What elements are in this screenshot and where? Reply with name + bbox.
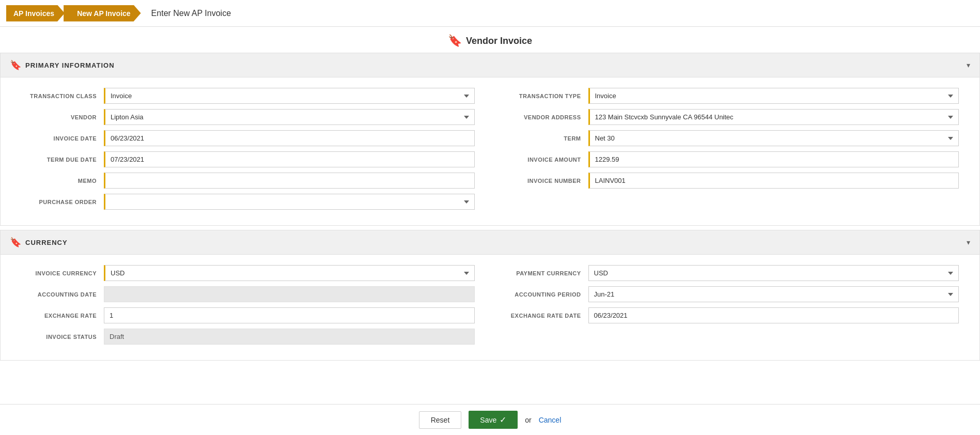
currency-right-col: PAYMENT CURRENCY USD EUR GBP ACCOUNTING … (506, 265, 959, 350)
exchange-rate-date-control (588, 307, 959, 323)
primary-information-section: 🔖 PRIMARY INFORMATION ▾ TRANSACTION CLAS… (0, 53, 980, 226)
transaction-type-label: TRANSACTION TYPE (506, 93, 588, 99)
main-content: 🔖 PRIMARY INFORMATION ▾ TRANSACTION CLAS… (0, 53, 980, 401)
primary-left-col: TRANSACTION CLASS Invoice Credit Memo De… (21, 88, 475, 215)
term-control: Net 30 Net 60 Due on Receipt (588, 130, 959, 146)
invoice-currency-label: INVOICE CURRENCY (21, 270, 104, 276)
invoice-amount-input[interactable] (588, 151, 959, 167)
exchange-rate-date-row: EXCHANGE RATE DATE (506, 307, 959, 323)
payment-currency-control: USD EUR GBP (588, 265, 959, 281)
term-due-date-label: TERM DUE DATE (21, 157, 104, 163)
currency-section-title: CURRENCY (25, 239, 68, 246)
memo-label: MEMO (21, 178, 104, 184)
primary-section-title: PRIMARY INFORMATION (25, 61, 115, 69)
invoice-currency-select[interactable]: USD EUR GBP (104, 265, 475, 281)
invoice-number-label: INVOICE NUMBER (506, 178, 588, 184)
invoice-currency-control: USD EUR GBP (104, 265, 475, 281)
term-due-date-row: TERM DUE DATE (21, 151, 475, 167)
memo-control (104, 173, 475, 189)
invoice-status-label: INVOICE STATUS (21, 334, 104, 340)
vendor-address-select[interactable]: 123 Main Stcvcxb Sunnyvale CA 96544 Unit… (588, 109, 959, 125)
primary-form-grid: TRANSACTION CLASS Invoice Credit Memo De… (21, 88, 959, 215)
term-due-date-control (104, 151, 475, 167)
term-label: TERM (506, 135, 588, 142)
primary-form-content: TRANSACTION CLASS Invoice Credit Memo De… (1, 77, 979, 225)
vendor-row: VENDOR Lipton Asia (21, 109, 475, 125)
accounting-period-label: ACCOUNTING PERIOD (506, 291, 588, 298)
primary-information-header[interactable]: 🔖 PRIMARY INFORMATION ▾ (1, 53, 979, 77)
payment-currency-row: PAYMENT CURRENCY USD EUR GBP (506, 265, 959, 281)
transaction-type-row: TRANSACTION TYPE Invoice (506, 88, 959, 104)
accounting-period-control: Jun-21 May-21 Jul-21 (588, 286, 959, 302)
breadcrumb-title: Enter New AP Invoice (151, 9, 231, 18)
page-title-bar: 🔖 Vendor Invoice (0, 27, 980, 53)
accounting-date-row: ACCOUNTING DATE (21, 286, 475, 302)
primary-information-header-left: 🔖 PRIMARY INFORMATION (10, 59, 115, 71)
vendor-address-label: VENDOR ADDRESS (506, 114, 588, 120)
exchange-rate-input[interactable] (104, 307, 475, 323)
transaction-type-control: Invoice (588, 88, 959, 104)
memo-input[interactable] (104, 173, 475, 189)
currency-form-content: INVOICE CURRENCY USD EUR GBP ACCOUNTING … (1, 255, 979, 360)
accounting-date-control (104, 286, 475, 302)
currency-section-chevron: ▾ (967, 238, 970, 246)
invoice-status-row: INVOICE STATUS (21, 329, 475, 345)
invoice-number-input[interactable] (588, 173, 959, 189)
purchase-order-control (104, 194, 475, 210)
invoice-amount-row: INVOICE AMOUNT (506, 151, 959, 167)
invoice-number-control (588, 173, 959, 189)
invoice-date-control (104, 130, 475, 146)
term-select[interactable]: Net 30 Net 60 Due on Receipt (588, 130, 959, 146)
vendor-invoice-icon: 🔖 (448, 34, 462, 48)
exchange-rate-label: EXCHANGE RATE (21, 313, 104, 319)
currency-form-grid: INVOICE CURRENCY USD EUR GBP ACCOUNTING … (21, 265, 959, 350)
vendor-address-control: 123 Main Stcvcxb Sunnyvale CA 96544 Unit… (588, 109, 959, 125)
invoice-amount-label: INVOICE AMOUNT (506, 157, 588, 163)
invoice-number-row: INVOICE NUMBER (506, 173, 959, 189)
memo-row: MEMO (21, 173, 475, 189)
primary-right-col: TRANSACTION TYPE Invoice VENDOR ADDRESS … (506, 88, 959, 215)
vendor-label: VENDOR (21, 114, 104, 120)
purchase-order-label: PURCHASE ORDER (21, 199, 104, 205)
transaction-type-select[interactable]: Invoice (588, 88, 959, 104)
transaction-class-label: TRANSACTION CLASS (21, 93, 104, 99)
term-row: TERM Net 30 Net 60 Due on Receipt (506, 130, 959, 146)
currency-left-col: INVOICE CURRENCY USD EUR GBP ACCOUNTING … (21, 265, 475, 350)
accounting-period-row: ACCOUNTING PERIOD Jun-21 May-21 Jul-21 (506, 286, 959, 302)
payment-currency-select[interactable]: USD EUR GBP (588, 265, 959, 281)
payment-currency-label: PAYMENT CURRENCY (506, 270, 588, 276)
currency-section-header-left: 🔖 CURRENCY (10, 237, 68, 248)
transaction-class-row: TRANSACTION CLASS Invoice Credit Memo De… (21, 88, 475, 104)
invoice-status-input (104, 329, 475, 345)
breadcrumb-ap-invoices[interactable]: AP Invoices (6, 5, 65, 22)
vendor-select[interactable]: Lipton Asia (104, 109, 475, 125)
accounting-period-select[interactable]: Jun-21 May-21 Jul-21 (588, 286, 959, 302)
currency-section-icon: 🔖 (10, 237, 21, 248)
breadcrumb-new-ap-invoice[interactable]: New AP Invoice (64, 5, 141, 22)
primary-section-icon: 🔖 (10, 59, 21, 71)
purchase-order-select[interactable] (104, 194, 475, 210)
accounting-date-input[interactable] (104, 286, 475, 302)
currency-section: 🔖 CURRENCY ▾ INVOICE CURRENCY USD EUR GB… (0, 230, 980, 361)
accounting-date-label: ACCOUNTING DATE (21, 291, 104, 298)
invoice-status-control (104, 329, 475, 345)
exchange-rate-row: EXCHANGE RATE (21, 307, 475, 323)
breadcrumb: AP Invoices New AP Invoice Enter New AP … (0, 0, 980, 27)
currency-section-header[interactable]: 🔖 CURRENCY ▾ (1, 230, 979, 255)
transaction-class-control: Invoice Credit Memo Debit Memo (104, 88, 475, 104)
vendor-address-row: VENDOR ADDRESS 123 Main Stcvcxb Sunnyval… (506, 109, 959, 125)
exchange-rate-date-label: EXCHANGE RATE DATE (506, 313, 588, 319)
exchange-rate-control (104, 307, 475, 323)
invoice-amount-control (588, 151, 959, 167)
invoice-currency-row: INVOICE CURRENCY USD EUR GBP (21, 265, 475, 281)
purchase-order-row: PURCHASE ORDER (21, 194, 475, 210)
invoice-date-label: INVOICE DATE (21, 135, 104, 142)
invoice-date-row: INVOICE DATE (21, 130, 475, 146)
primary-section-chevron: ▾ (967, 61, 970, 69)
transaction-class-select[interactable]: Invoice Credit Memo Debit Memo (104, 88, 475, 104)
page-title: Vendor Invoice (466, 36, 532, 46)
exchange-rate-date-input[interactable] (588, 307, 959, 323)
term-due-date-input[interactable] (104, 151, 475, 167)
invoice-date-input[interactable] (104, 130, 475, 146)
vendor-control: Lipton Asia (104, 109, 475, 125)
